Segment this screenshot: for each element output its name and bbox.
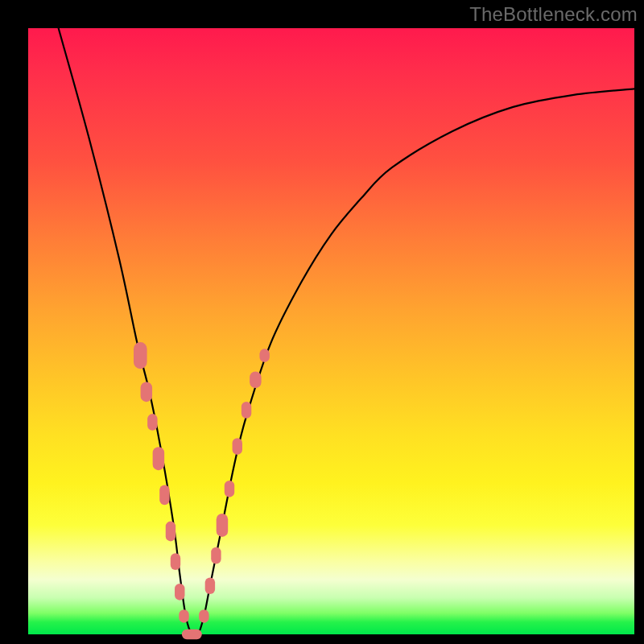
data-marker bbox=[153, 447, 164, 470]
data-marker bbox=[233, 438, 242, 455]
watermark-text: TheBottleneck.com bbox=[469, 3, 638, 26]
data-marker bbox=[205, 577, 215, 594]
curve-layer bbox=[28, 28, 634, 634]
data-marker bbox=[199, 609, 208, 623]
bottleneck-curve bbox=[59, 28, 634, 637]
data-marker bbox=[141, 382, 152, 402]
data-marker bbox=[147, 414, 157, 431]
data-marker bbox=[225, 481, 234, 497]
marker-group bbox=[134, 342, 270, 639]
data-marker bbox=[159, 485, 169, 505]
data-marker bbox=[179, 609, 188, 623]
data-marker bbox=[242, 402, 251, 419]
data-marker bbox=[259, 349, 269, 362]
data-marker bbox=[182, 630, 202, 639]
data-marker bbox=[171, 553, 180, 570]
data-marker bbox=[250, 371, 261, 388]
plot-area bbox=[28, 28, 634, 634]
data-marker bbox=[211, 547, 221, 564]
chart-frame: TheBottleneck.com bbox=[0, 0, 644, 644]
data-marker bbox=[166, 522, 175, 542]
data-marker bbox=[217, 514, 228, 537]
data-marker bbox=[175, 584, 184, 601]
data-marker bbox=[134, 342, 147, 369]
